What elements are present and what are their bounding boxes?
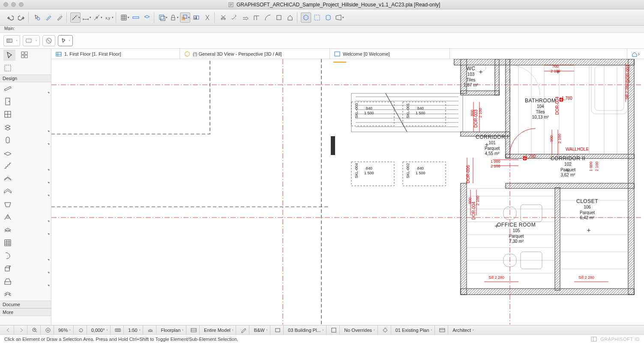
object-tool[interactable] [0,262,51,275]
pen-set-icon[interactable] [238,325,249,334]
railing-tool[interactable] [0,288,51,301]
trace-button[interactable]: ▾ [180,12,190,23]
fill-button[interactable] [274,12,284,23]
geometry-method-2[interactable]: › [23,35,39,46]
view-cube-button[interactable] [301,12,311,23]
undo-button[interactable] [5,12,15,23]
zone-tool[interactable] [0,249,51,262]
morph-tool[interactable] [0,224,51,236]
view-type-icon[interactable] [145,325,156,334]
stair-tool[interactable] [0,159,51,172]
door-tool[interactable] [0,95,51,108]
eyedropper-button[interactable] [43,12,54,23]
zoom-level[interactable]: 96%› [56,325,74,334]
role[interactable]: Architect› [450,325,476,334]
close-dot[interactable] [3,2,8,7]
beam-tool[interactable] [0,134,51,146]
marquee-zoom-button[interactable] [312,12,322,23]
layerplane-button[interactable] [142,12,152,23]
rotation-angle[interactable]: 0,000°› [89,325,111,334]
home-button[interactable] [285,12,295,23]
main-toolbar: ▾ ▾ ▾ x,y▾ ▾ ▾ ▾ ▾ 12 ▾ [0,9,644,26]
overrides[interactable]: No Overrides› [341,325,377,334]
column-tool[interactable] [0,121,51,134]
tab-first-floor[interactable]: 1. First Floor [1. First Floor] [51,49,180,59]
layout-icon[interactable] [591,336,597,342]
traffic-lights[interactable] [3,2,24,7]
scale-icon[interactable] [112,325,124,334]
mesh-tool[interactable] [0,236,51,249]
grid-button[interactable]: ▾ [120,12,130,23]
lock-button[interactable]: ▾ [169,12,179,23]
cube-icon [184,51,190,57]
opening-button[interactable] [252,12,262,23]
scale-value[interactable]: 1:50› [126,325,143,334]
svg-rect-24 [5,65,11,71]
distance-tool[interactable]: ▾ [81,12,92,23]
slab-tool[interactable] [0,146,51,159]
shell-tool[interactable] [0,185,51,198]
window-tool[interactable] [0,108,51,121]
zoom-dot[interactable] [19,2,24,7]
offset-button[interactable] [240,12,251,23]
arrow-tool[interactable] [3,50,15,61]
ruler-button[interactable] [131,12,141,23]
svg-rect-21 [25,52,27,54]
building-icon[interactable] [272,325,284,334]
dimension-xy-tool[interactable]: x,y▾ [104,12,114,23]
syringe-button[interactable] [54,12,65,23]
split-button[interactable] [202,12,213,23]
nav-back[interactable] [3,325,14,334]
svg-rect-50 [461,91,499,95]
tab-home-button[interactable] [627,49,644,59]
tab-3d-view[interactable]: (!) General 3D View - Perspective [3D / … [180,49,330,59]
geometry-method-1[interactable]: › [3,35,20,46]
wall-tool[interactable] [0,82,51,95]
skylight-tool[interactable] [0,198,51,211]
svg-rect-16 [315,15,320,20]
drawing-canvas[interactable]: WC103Tiles1,87 m² BATHROOM104Tiles10,13 … [51,59,644,325]
tab-welcome[interactable]: Welcome [0 Welcome] [330,49,450,59]
arrow-tool-quick[interactable]: › [58,35,73,46]
min-dot[interactable] [11,2,16,7]
perspective-button[interactable]: ▾ [334,12,344,23]
redo-button[interactable] [16,12,27,23]
graphisoft-id[interactable]: GRAPHISOFT ID [600,337,640,342]
svg-rect-22 [21,55,24,58]
snap-tool[interactable]: ▾ [93,12,103,23]
grid-view-icon[interactable] [19,50,31,61]
building-plan[interactable]: 03 Building Pl...› [285,325,326,334]
svg-rect-91 [332,328,336,332]
scissors-button[interactable] [218,12,228,23]
arc-button[interactable] [263,12,273,23]
lamp-tool[interactable] [0,275,51,288]
nav-orbit[interactable] [42,325,54,334]
floorplan-icon [56,51,62,57]
find-select-button[interactable] [32,12,42,23]
nav-fit[interactable]: + [29,325,41,334]
curtainwall-tool[interactable] [0,211,51,224]
toolbox-docume-header: Docume [0,301,51,308]
xref-button[interactable] [323,12,333,23]
pen-set[interactable]: B&W› [251,325,270,334]
view-type[interactable]: Floorplan› [158,325,186,334]
suspend-groups[interactable] [42,35,55,46]
svg-rect-90 [276,328,280,332]
nav-fwd[interactable] [16,325,27,334]
model-filter-icon[interactable] [188,325,200,334]
measure-tool[interactable]: ▾ [70,12,81,23]
cutplane-button[interactable]: ▾ [158,12,168,23]
magic-wand-button[interactable] [229,12,240,23]
svg-rect-30 [5,268,9,271]
overrides-icon[interactable] [328,325,340,334]
document-icon [228,2,234,7]
reference-button[interactable]: 12 [191,12,201,23]
svg-rect-51 [495,59,499,95]
role-icon[interactable] [437,325,448,334]
roof-tool[interactable] [0,172,51,185]
renovation-plan[interactable]: 01 Existing Plan› [393,325,435,334]
renovation-icon[interactable] [380,325,391,334]
marquee-tool[interactable] [0,62,51,75]
model-filter[interactable]: Entire Model› [201,325,236,334]
rotate-icon[interactable] [75,325,87,334]
